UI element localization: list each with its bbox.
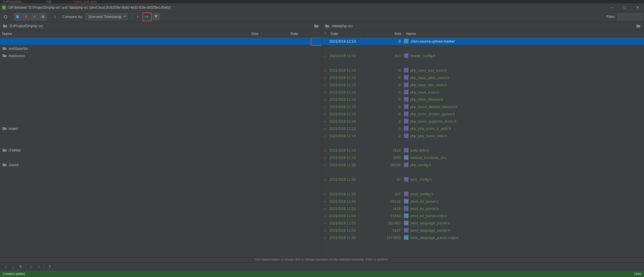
close-button[interactable]: ✕ <box>631 3 644 12</box>
right-row[interactable]: ←2021/3/19 12:130php_have_bsd_iconv.h <box>322 67 644 74</box>
row-size: 69316 <box>365 199 404 203</box>
op-arrow-icon[interactable]: ← <box>322 119 328 123</box>
show-new-left-button[interactable] <box>39 13 47 21</box>
hide-link[interactable]: Hide <box>634 272 641 276</box>
help-button[interactable]: ? <box>46 263 53 271</box>
swap-sides-button[interactable] <box>51 13 59 21</box>
next-diff-button[interactable]: → <box>35 263 42 271</box>
op-arrow-icon[interactable]: ← <box>322 134 328 138</box>
right-row[interactable]: ←2021/3/19 12:130php_have_libiconv.h <box>322 96 644 103</box>
right-row[interactable]: ←2021/3/19 11:5358328php_config.h <box>322 161 644 168</box>
row-name: internal_functions_cli.c <box>410 156 447 160</box>
separator <box>49 14 49 20</box>
row-name: build-defs.h <box>410 148 429 152</box>
show-equal-button[interactable]: = <box>31 13 38 21</box>
row-name: php_have_glibc_iconv.h <box>410 76 449 80</box>
row-size: 2426 <box>365 206 404 211</box>
op-arrow-icon[interactable]: ← <box>322 228 328 233</box>
right-row[interactable]: ←2021/3/19 12:133055internal_functions_c… <box>322 154 644 161</box>
left-row[interactable]: /TSRM/ <box>0 147 322 154</box>
row-size: 0 <box>365 76 404 80</box>
maximize-button[interactable]: □ <box>618 3 631 12</box>
right-row[interactable]: ←2021/3/19 12:130php_php_iconv_h_path.h <box>322 125 644 132</box>
header-op[interactable]: * <box>322 30 328 37</box>
show-new-right-button[interactable] <box>14 13 22 21</box>
right-row[interactable]: ←2021/3/19 12:130php_iconv_broken_ignore… <box>322 110 644 118</box>
left-pane[interactable]: /ext/date/lib//ext/iconv//main//TSRM//Ze… <box>0 37 322 257</box>
left-row[interactable]: /ext/iconv/ <box>0 52 322 59</box>
compare-mode-combo[interactable]: Size and Timestamp <box>85 13 128 20</box>
header-name-right[interactable]: Name <box>404 30 644 37</box>
left-row[interactable]: /ext/date/lib/ <box>0 45 322 52</box>
sync-up-button[interactable]: ↑ <box>2 263 10 271</box>
path-bar: D:\ProjectDir\php-src /data/php-src <box>0 22 644 30</box>
filter-toggle-button[interactable] <box>152 13 160 21</box>
filter-input[interactable] <box>617 13 642 20</box>
op-arrow-icon[interactable]: ← <box>322 68 328 72</box>
right-row[interactable]: ←2021/3/19 11:5332tsrm_config.h <box>322 176 644 183</box>
left-row[interactable]: /main/ <box>0 125 322 132</box>
op-arrow-icon[interactable]: ← <box>322 156 328 160</box>
right-row[interactable]: ←2021/3/19 12:130php_iconv_aliased_libic… <box>322 103 644 110</box>
minimize-button[interactable]: — <box>605 3 618 12</box>
right-row[interactable]: ←2021/3/19 11:5369316zend_ini_parser.c <box>322 198 644 205</box>
op-arrow-icon[interactable]: ← <box>322 192 328 196</box>
row-size: 0 <box>365 119 404 123</box>
right-row[interactable]: ←2021/3/19 11:532426zend_ini_parser.h <box>322 205 644 212</box>
op-arrow-icon[interactable]: ← <box>322 221 328 225</box>
op-arrow-icon[interactable]: ← <box>322 163 328 167</box>
right-pane[interactable]: 2021/3/19 12:130.clion.source.upload.mar… <box>322 37 644 257</box>
row-date: 2021/3/19 12:13 <box>328 156 365 160</box>
row-size: 0 <box>365 126 404 131</box>
right-row[interactable]: ←2021/3/19 12:130php_have_ibm_iconv.h <box>322 81 644 88</box>
right-row[interactable]: ←2021/3/19 12:130php_php_iconv_impl.h <box>322 132 644 139</box>
prev-diff-button[interactable]: ← <box>28 263 35 271</box>
op-arrow-icon[interactable]: ← <box>322 97 328 102</box>
header-size-left[interactable]: Size <box>249 30 288 37</box>
right-row[interactable]: ←2021/3/19 11:5321353zend_ini_parser.out… <box>322 212 644 219</box>
op-arrow-icon[interactable]: ← <box>322 83 328 87</box>
right-row[interactable]: ←2021/3/19 11:535147zend_language_parser… <box>322 227 644 234</box>
right-row[interactable]: ←2021/3/19 12:130php_have_iconv.h <box>322 88 644 96</box>
right-row[interactable]: ←2021/3/19 12:130php_have_glibc_iconv.h <box>322 74 644 81</box>
op-arrow-icon[interactable]: ← <box>322 214 328 218</box>
app-icon <box>2 5 6 10</box>
file-icon <box>404 228 408 233</box>
op-arrow-icon[interactable]: ← <box>322 112 328 116</box>
right-row[interactable]: ←2021/3/19 11:53332463zend_language_pars… <box>322 219 644 227</box>
row-date: 2021/3/19 11:53 <box>328 221 365 225</box>
left-row[interactable] <box>0 37 322 45</box>
refresh-button[interactable] <box>2 13 10 21</box>
right-row[interactable]: ←2021/3/19 12:130php_iconv_supports_errn… <box>322 118 644 125</box>
header-name-left[interactable]: Name <box>0 30 249 37</box>
op-arrow-icon[interactable]: ← <box>322 148 328 152</box>
edit-button[interactable]: ✎ <box>17 263 24 271</box>
sync-down-button[interactable]: ↓ <box>10 263 17 271</box>
right-row[interactable]: ←2021/3/19 11:53313timelib_config.h <box>322 52 644 59</box>
op-arrow-icon[interactable]: ← <box>322 54 328 58</box>
show-diff-button[interactable]: ≠ <box>22 13 30 21</box>
op-arrow-icon[interactable]: ← <box>322 126 328 131</box>
op-arrow-icon[interactable]: ← <box>322 177 328 182</box>
separator <box>26 264 26 269</box>
op-arrow-icon[interactable]: ← <box>322 236 328 240</box>
header-date-right[interactable]: Date <box>328 30 365 37</box>
header-size-right[interactable]: Size <box>365 30 404 37</box>
op-arrow-icon[interactable]: ← <box>322 76 328 80</box>
left-row[interactable]: /Zend/ <box>0 161 322 168</box>
right-row[interactable]: ←2021/3/19 11:531373950zend_language_par… <box>322 234 644 241</box>
right-row[interactable]: 2021/3/19 12:130.clion.source.upload.mar… <box>322 37 644 45</box>
row-size: 3519 <box>365 148 404 152</box>
browse-left-button[interactable] <box>313 23 319 29</box>
right-row[interactable]: ←2021/3/19 11:53107zend_config.h <box>322 190 644 198</box>
sync-all-button[interactable] <box>143 13 151 21</box>
browse-right-button[interactable] <box>636 23 641 29</box>
op-arrow-icon[interactable]: ← <box>322 206 328 211</box>
right-row[interactable]: ←2021/3/19 12:133519build-defs.h <box>322 147 644 154</box>
op-arrow-icon[interactable]: ← <box>322 105 328 109</box>
op-arrow-icon[interactable]: ← <box>322 199 328 203</box>
header-date-left[interactable]: Date <box>288 30 322 37</box>
sync-single-button[interactable] <box>134 13 142 21</box>
op-arrow-icon[interactable]: ← <box>322 90 328 94</box>
row-name: /ext/date/lib/ <box>8 46 28 51</box>
